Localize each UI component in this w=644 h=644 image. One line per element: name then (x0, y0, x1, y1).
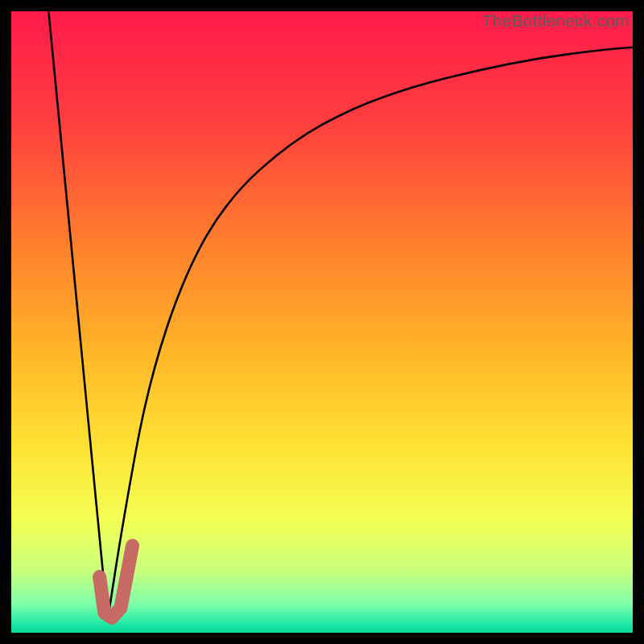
chart-frame: TheBottleneck.com (0, 0, 644, 644)
curve-layer (11, 11, 633, 633)
plot-area: TheBottleneck.com (11, 11, 633, 633)
bottleneck-marker (100, 546, 133, 618)
watermark-text: TheBottleneck.com (482, 11, 630, 31)
bottleneck-curve (48, 11, 633, 621)
